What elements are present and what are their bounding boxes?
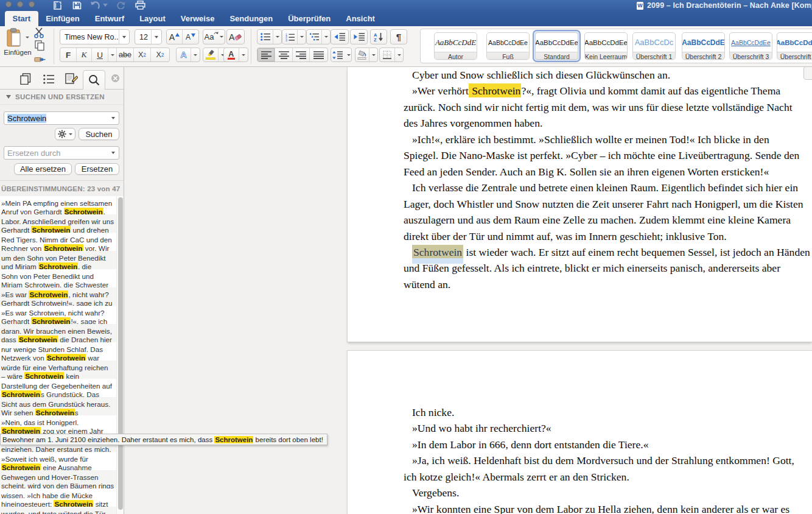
shading-dropdown-icon[interactable]: [369, 48, 377, 62]
style-card--berschrift-2[interactable]: AaBbCcDdEÜberschrift 2: [682, 32, 725, 60]
styles-pane-button[interactable]: [803, 66, 812, 80]
undo-dropdown-icon[interactable]: [103, 4, 108, 7]
style-card-fu-[interactable]: AaBbCcDdEeFuß: [486, 32, 530, 60]
search-result-row[interactable]: »Soweit ich weiß, wurde fürSchrotwein ei…: [0, 452, 116, 470]
style-card--berschrift-3[interactable]: AaBbCcDdEeÜberschrift 3: [729, 32, 772, 60]
panel-close-button[interactable]: [111, 74, 119, 82]
replace-dropdown-icon[interactable]: [108, 147, 119, 159]
replace-input[interactable]: Ersetzen durch: [4, 146, 119, 160]
bold-button[interactable]: F: [60, 48, 77, 62]
superscript-button[interactable]: X2: [151, 48, 169, 62]
results-scrollbar[interactable]: [116, 196, 124, 514]
bullet-list-button[interactable]: [257, 30, 273, 44]
grow-font-button[interactable]: A: [167, 30, 183, 44]
search-result-row[interactable]: Red Tigers. Nimm dir CaC und denRechner …: [0, 233, 116, 251]
save-icon[interactable]: [72, 1, 82, 10]
ribbon-tab-start[interactable]: Start: [5, 11, 38, 26]
replace-button[interactable]: Ersetzen: [75, 163, 119, 175]
align-left-button[interactable]: [257, 48, 275, 62]
ribbon-tab-entwurf[interactable]: Entwurf: [87, 11, 131, 26]
font-color-button[interactable]: A: [224, 48, 239, 62]
style-card--berschrift-1[interactable]: AaBbCcDcÜberschrift 1: [632, 32, 676, 60]
search-result-row[interactable]: wissen. »Ich habe die Mückehineingesteue…: [0, 488, 116, 507]
thumbnails-tab-icon[interactable]: [20, 73, 31, 85]
sort-button[interactable]: AZ: [370, 29, 387, 44]
search-result-row[interactable]: »Mein PA empfing einen seltsamenAnruf vo…: [0, 196, 116, 214]
redo-icon[interactable]: [116, 1, 125, 9]
traffic-light-minimize[interactable]: [17, 1, 23, 7]
format-painter-icon[interactable]: [34, 53, 46, 63]
font-size-dropdown-icon[interactable]: [151, 30, 161, 44]
line-spacing-button[interactable]: [331, 48, 352, 62]
cut-icon[interactable]: [33, 27, 45, 38]
new-document-icon[interactable]: [54, 1, 63, 10]
ribbon-tab-einfügen[interactable]: Einfügen: [38, 11, 88, 26]
search-result-row[interactable]: um den Sohn von Peter Benediktund Miriam…: [0, 251, 116, 269]
search-result-row[interactable]: nur wenige Stunden Schlaf. DasNetzwerk v…: [0, 342, 116, 361]
results-scrollbar-thumb[interactable]: [118, 197, 123, 510]
search-dropdown-icon[interactable]: [108, 112, 119, 124]
ribbon-tab-verweise[interactable]: Verweise: [173, 11, 222, 26]
paste-button[interactable]: Einfügen: [4, 28, 32, 56]
subscript-button[interactable]: X2: [134, 48, 151, 62]
strikethrough-button[interactable]: abe: [117, 48, 134, 62]
ribbon-tab-überprüfen[interactable]: Überprüfen: [281, 11, 338, 26]
text-effects-dropdown-icon[interactable]: [191, 48, 200, 62]
traffic-light-close[interactable]: [5, 1, 12, 7]
search-result-row[interactable]: Sicht aus dem Grundstück heraus.Wir sehe…: [0, 397, 116, 415]
multilevel-list-button[interactable]: [307, 30, 322, 44]
numbered-list-dropdown-icon[interactable]: [298, 30, 306, 44]
underline-button[interactable]: U: [92, 48, 108, 62]
print-icon[interactable]: [135, 1, 145, 10]
search-result-row[interactable]: Gehwegen und Hover-Trassenscheint, wird …: [0, 470, 116, 488]
document-page-1[interactable]: Cyber und Snow schließlich sich diesen G…: [347, 67, 812, 342]
bullet-list-dropdown-icon[interactable]: [273, 30, 281, 44]
shading-button[interactable]: [355, 48, 369, 62]
change-case-button[interactable]: Aa: [203, 29, 225, 44]
replace-all-button[interactable]: Alle ersetzen: [14, 163, 72, 175]
borders-dropdown-icon[interactable]: [395, 48, 403, 62]
search-result-row[interactable]: »Es war Schrotwein, nicht wahr?Gerhardt …: [0, 287, 116, 306]
review-tab-icon[interactable]: [65, 73, 78, 85]
style-card--berschrift-4[interactable]: AaBbCcDdEeÜberschrift 4: [777, 32, 812, 60]
style-card-kein-leerraum[interactable]: AaBbCcDdEeKein Leerraum: [584, 32, 628, 60]
search-result-row[interactable]: wurden, und trete wütend die Tür: [0, 507, 116, 514]
undo-icon[interactable]: [90, 1, 100, 9]
style-card-autor[interactable]: AaBbCcDdEAutor: [434, 32, 477, 60]
search-options-button[interactable]: [55, 128, 75, 140]
search-result-row[interactable]: würde für eine Verhaftung reichen– wäre …: [0, 361, 116, 379]
search-result-row[interactable]: Labor. Anschließend greifen wir unsGerha…: [0, 214, 116, 233]
borders-button[interactable]: [380, 48, 395, 62]
search-result-row[interactable]: daran. Wir brauchen einen Beweis,dass Sc…: [0, 324, 116, 342]
font-color-dropdown-icon[interactable]: [239, 48, 248, 62]
decrease-indent-button[interactable]: [331, 29, 349, 44]
panel-section-header[interactable]: SUCHEN UND ERSETZEN: [0, 90, 124, 105]
search-input[interactable]: Schrotwein: [4, 111, 119, 125]
multilevel-list-dropdown-icon[interactable]: [322, 30, 330, 44]
ribbon-tab-ansicht[interactable]: Ansicht: [338, 11, 383, 26]
search-result-row[interactable]: »Es war Schrotwein, nicht wahr?Gerhardt …: [0, 306, 116, 324]
ribbon-tab-sendungen[interactable]: Sendungen: [222, 11, 281, 26]
font-size-select[interactable]: 12: [135, 29, 162, 44]
document-map-tab-icon[interactable]: [43, 74, 54, 85]
traffic-light-zoom[interactable]: [29, 1, 35, 7]
search-button[interactable]: Suchen: [79, 128, 119, 140]
text-effects-button[interactable]: A: [177, 48, 191, 62]
font-name-dropdown-icon[interactable]: [119, 30, 129, 44]
underline-dropdown-icon[interactable]: [108, 48, 117, 62]
style-card-standard[interactable]: AaBbCcDdEeStandard: [535, 32, 578, 60]
highlight-button[interactable]: [203, 48, 219, 62]
document-page-2[interactable]: Ich nicke.»Und wo habt ihr recherchiert?…: [347, 350, 812, 514]
search-result-row[interactable]: Sohn von Peter Benedikt undMiriam Schrot…: [0, 269, 116, 287]
search-result-row[interactable]: »Nein, das ist Honigperl.Schrotwein zog …: [0, 415, 116, 434]
align-center-button[interactable]: [275, 48, 293, 62]
ribbon-tab-layout[interactable]: Layout: [132, 11, 173, 26]
shrink-font-button[interactable]: A: [183, 30, 198, 44]
search-result-row[interactable]: Darstellung der Gegebenheiten aufSchrotw…: [0, 379, 116, 397]
justify-button[interactable]: [310, 48, 327, 62]
font-name-select[interactable]: Times New Ro...: [60, 29, 130, 44]
increase-indent-button[interactable]: [350, 29, 368, 44]
numbered-list-button[interactable]: 123: [282, 30, 298, 44]
copy-icon[interactable]: [35, 40, 45, 51]
clear-formatting-button[interactable]: A: [226, 29, 245, 44]
